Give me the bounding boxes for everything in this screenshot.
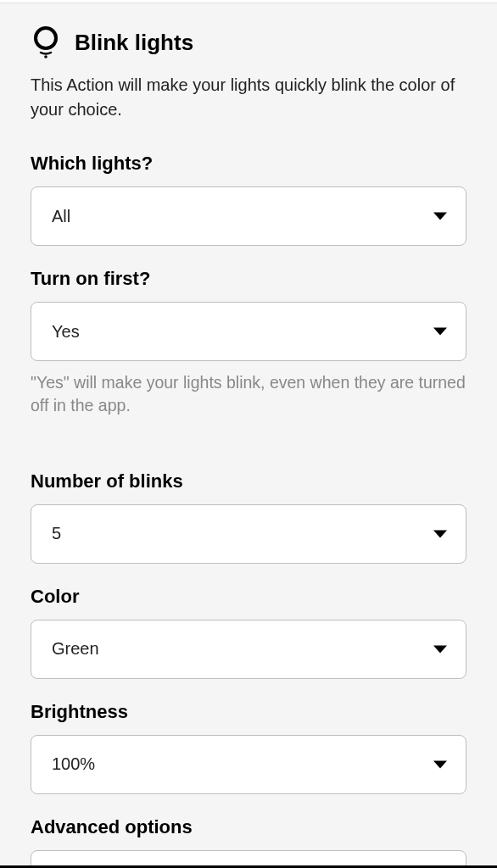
turn-on-first-select[interactable]: Yes (31, 302, 466, 361)
action-description: This Action will make your lights quickl… (31, 73, 466, 122)
number-of-blinks-label: Number of blinks (31, 470, 466, 492)
field-brightness: Brightness 100% (31, 701, 466, 794)
turn-on-first-label: Turn on first? (31, 268, 466, 290)
which-lights-value: All (52, 207, 70, 226)
brightness-select[interactable]: 100% (31, 735, 466, 794)
chevron-down-icon (433, 530, 447, 537)
color-label: Color (31, 586, 466, 608)
svg-point-0 (36, 28, 56, 48)
turn-on-first-value: Yes (52, 322, 80, 342)
brightness-value: 100% (52, 754, 95, 774)
action-header: Blink lights (31, 27, 466, 58)
color-select[interactable]: Green (31, 620, 466, 679)
chevron-down-icon (433, 213, 447, 220)
field-color: Color Green (31, 586, 466, 679)
brightness-label: Brightness (31, 701, 466, 723)
form-container: Blink lights This Action will make your … (0, 3, 497, 868)
lightbulb-icon (31, 27, 61, 58)
field-advanced-options: Advanced options (31, 816, 466, 868)
turn-on-first-hint: "Yes" will make your lights blink, even … (31, 371, 466, 418)
action-title: Blink lights (75, 30, 193, 56)
chevron-down-icon (433, 645, 447, 653)
number-of-blinks-select[interactable]: 5 (31, 504, 466, 564)
which-lights-label: Which lights? (31, 153, 466, 175)
color-value: Green (52, 639, 99, 659)
field-turn-on-first: Turn on first? Yes "Yes" will make your … (31, 268, 466, 418)
field-which-lights: Which lights? All (31, 153, 466, 246)
svg-point-1 (44, 55, 47, 58)
chevron-down-icon (433, 760, 447, 768)
field-number-of-blinks: Number of blinks 5 (31, 470, 466, 564)
number-of-blinks-value: 5 (52, 524, 61, 543)
chevron-down-icon (433, 328, 447, 336)
which-lights-select[interactable]: All (31, 186, 466, 246)
advanced-options-label: Advanced options (31, 816, 466, 838)
